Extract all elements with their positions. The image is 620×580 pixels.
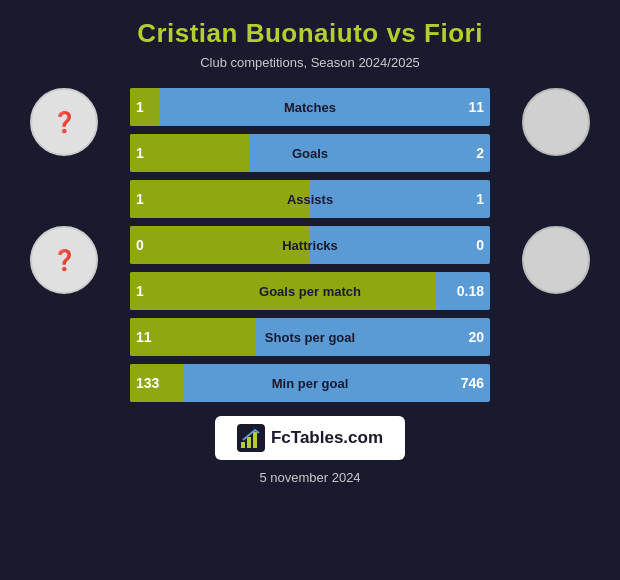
bar-row: Min per goal133746: [130, 364, 490, 402]
bar-fill-2: [130, 180, 310, 218]
bar-value-left-5: 11: [136, 329, 152, 345]
bar-wrapper-5: Shots per goal1120: [130, 318, 490, 356]
bar-label-0: Matches: [284, 100, 336, 115]
bar-label-6: Min per goal: [272, 376, 349, 391]
svg-rect-3: [253, 432, 257, 448]
bar-fill-1: [130, 134, 249, 172]
avatar-left-2: ❓: [30, 226, 98, 294]
bar-value-left-3: 0: [136, 237, 144, 253]
avatar-left-1: ❓: [30, 88, 98, 156]
avatar-icon-left-2: ❓: [52, 248, 77, 272]
page-title: Cristian Buonaiuto vs Fiori: [137, 18, 483, 49]
right-avatars: [522, 88, 590, 294]
svg-rect-1: [241, 442, 245, 448]
bar-value-left-0: 1: [136, 99, 144, 115]
bar-row: Matches111: [130, 88, 490, 126]
bar-value-right-1: 2: [476, 145, 484, 161]
logo-icon: [237, 424, 265, 452]
bar-wrapper-3: Hattricks00: [130, 226, 490, 264]
bar-row: Shots per goal1120: [130, 318, 490, 356]
bar-wrapper-0: Matches111: [130, 88, 490, 126]
svg-rect-2: [247, 437, 251, 448]
avatar-right-2: [522, 226, 590, 294]
bar-value-left-2: 1: [136, 191, 144, 207]
bar-value-right-2: 1: [476, 191, 484, 207]
bar-value-left-1: 1: [136, 145, 144, 161]
bar-wrapper-1: Goals12: [130, 134, 490, 172]
bar-wrapper-2: Assists11: [130, 180, 490, 218]
bar-label-2: Assists: [287, 192, 333, 207]
subtitle: Club competitions, Season 2024/2025: [200, 55, 420, 70]
avatar-icon-left-1: ❓: [52, 110, 77, 134]
comparison-card: Cristian Buonaiuto vs Fiori Club competi…: [0, 0, 620, 580]
bar-wrapper-4: Goals per match10.18: [130, 272, 490, 310]
bar-value-right-4: 0.18: [457, 283, 484, 299]
bar-value-right-5: 20: [468, 329, 484, 345]
left-avatars: ❓ ❓: [30, 88, 98, 294]
bar-value-right-6: 746: [461, 375, 484, 391]
logo-text: FcTables.com: [271, 428, 383, 448]
avatar-right-1: [522, 88, 590, 156]
comparisons-area: ❓ ❓ Matches111Goals12Assists11Hattricks0…: [20, 88, 600, 402]
bar-label-4: Goals per match: [259, 284, 361, 299]
bar-row: Hattricks00: [130, 226, 490, 264]
bar-row: Goals per match10.18: [130, 272, 490, 310]
bar-value-left-4: 1: [136, 283, 144, 299]
bar-label-3: Hattricks: [282, 238, 338, 253]
logo-area: FcTables.com: [215, 416, 405, 460]
bar-row: Assists11: [130, 180, 490, 218]
bar-value-left-6: 133: [136, 375, 159, 391]
bar-wrapper-6: Min per goal133746: [130, 364, 490, 402]
bar-value-right-0: 11: [468, 99, 484, 115]
bars-container: Matches111Goals12Assists11Hattricks00Goa…: [130, 88, 490, 402]
footer-date: 5 november 2024: [259, 470, 360, 485]
bar-fill-0: [130, 88, 159, 126]
bar-label-1: Goals: [292, 146, 328, 161]
bar-value-right-3: 0: [476, 237, 484, 253]
bar-row: Goals12: [130, 134, 490, 172]
bar-label-5: Shots per goal: [265, 330, 355, 345]
